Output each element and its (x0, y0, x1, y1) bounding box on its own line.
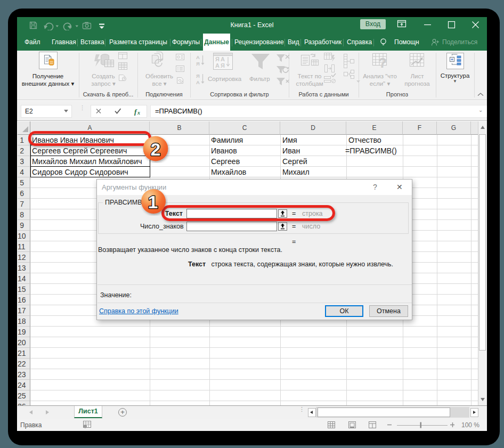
svg-text:Я: Я (215, 56, 220, 62)
svg-text:2: 2 (151, 139, 161, 159)
svg-text:Я: Я (196, 73, 200, 79)
svg-text:1: 1 (148, 192, 158, 212)
svg-text:А: А (221, 56, 225, 62)
svg-text:x: x (137, 110, 140, 116)
svg-text:А: А (215, 62, 220, 69)
svg-text:?: ? (378, 55, 387, 71)
svg-text:А: А (196, 54, 200, 60)
svg-text:А: А (196, 79, 200, 85)
svg-text:Я: Я (196, 61, 200, 67)
svg-text:Я: Я (221, 62, 225, 69)
